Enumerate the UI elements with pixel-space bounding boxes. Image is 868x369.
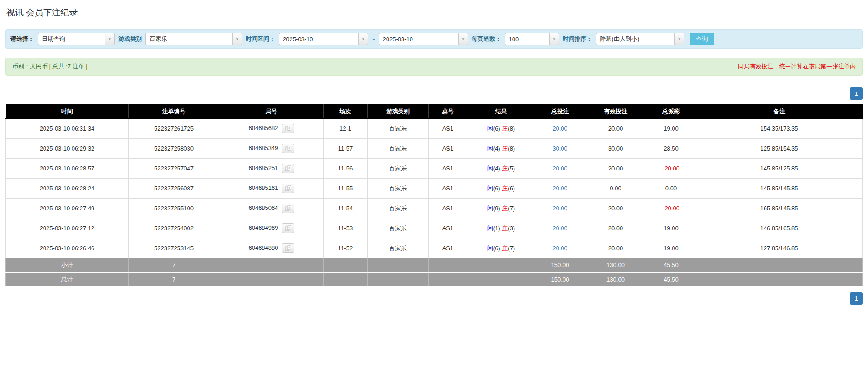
cell-result: 闲(6) 庄(6): [467, 179, 535, 199]
page-size-input[interactable]: [505, 33, 549, 45]
column-header: 总派彩: [646, 105, 696, 119]
date-to-input[interactable]: [379, 33, 458, 45]
cell-remark: 145.85/145.85: [696, 179, 863, 199]
cell-time: 2025-03-10 06:28:57: [6, 159, 129, 179]
cell-game-type: 百家乐: [368, 218, 429, 238]
column-header: 游戏类别: [368, 105, 429, 119]
page-title: 视讯 会员下注纪录: [6, 7, 862, 19]
select-type-dropdown-button[interactable]: ▼: [105, 33, 115, 45]
cell-remark: 146.85/165.85: [696, 218, 863, 238]
bet-record-row: 2025-03-10 06:27:12522327254002604684969…: [6, 218, 863, 238]
total-bet-link[interactable]: 20.00: [553, 225, 567, 232]
cell-game-type: 百家乐: [368, 179, 429, 199]
search-button[interactable]: 查询: [690, 33, 714, 45]
result-banker: 庄: [502, 185, 508, 192]
column-header: 备注: [696, 105, 863, 119]
payout-value: 0.00: [665, 185, 677, 192]
round-id-text: 604685349: [248, 145, 278, 151]
sort-order-dropdown-button[interactable]: ▼: [674, 33, 684, 45]
cell-round-id: 604685251: [219, 159, 324, 179]
view-cards-button[interactable]: [282, 164, 294, 173]
total-bet-link[interactable]: 20.00: [553, 125, 567, 132]
footer-empty-cell: [429, 272, 467, 286]
page-button-1[interactable]: 1: [850, 292, 863, 305]
footer-empty-cell: [696, 272, 863, 286]
cards-icon: [285, 225, 291, 231]
cell-table-no: AS1: [429, 218, 467, 238]
view-cards-button[interactable]: [282, 124, 294, 133]
cell-time: 2025-03-10 06:31:34: [6, 119, 129, 139]
cell-table-no: AS1: [429, 139, 467, 159]
result-player: 闲: [487, 245, 493, 252]
round-id-text: 604685161: [248, 184, 278, 191]
footer-empty-cell: [467, 258, 535, 272]
result-banker: 庄: [502, 225, 508, 232]
cell-game-type: 百家乐: [368, 119, 429, 139]
result-player-score: (6): [493, 245, 500, 252]
cards-icon: [285, 185, 291, 191]
cell-total-bet: 20.00: [535, 159, 585, 179]
result-banker: 庄: [502, 125, 508, 132]
game-type-input[interactable]: [145, 33, 232, 45]
date-to-dropdown-button[interactable]: ▼: [458, 33, 468, 45]
view-cards-button[interactable]: [282, 204, 294, 213]
total-label: 总计: [6, 272, 129, 286]
view-cards-button[interactable]: [282, 184, 294, 193]
cell-session: 11-54: [324, 199, 368, 218]
cell-table-no: AS1: [429, 119, 467, 139]
filter-bar: 请选择： ▼ 游戏类别 ▼ 时间区间： ▼ ~ ▼ 每页笔数： ▼ 时间排序： …: [5, 29, 863, 49]
total-bet-link[interactable]: 20.00: [553, 165, 567, 172]
currency-total-text: 币别：人民币 | 总共 :7 注单 |: [12, 63, 87, 71]
result-player: 闲: [487, 225, 493, 232]
cell-session: 11-56: [324, 159, 368, 179]
round-id-text: 604685251: [248, 165, 278, 171]
result-player-score: (6): [493, 185, 500, 192]
subtotal-payout: 45.50: [646, 258, 696, 272]
bet-record-row: 2025-03-10 06:28:24522327256087604685161…: [6, 179, 863, 199]
column-header: 时间: [6, 105, 129, 119]
cell-payout: 28.50: [646, 139, 696, 159]
cell-payout: -20.00: [646, 159, 696, 179]
round-id-text: 604684880: [248, 244, 278, 251]
total-bet-link[interactable]: 20.00: [553, 185, 567, 192]
page-button-1[interactable]: 1: [850, 87, 863, 100]
cell-payout: -20.00: [646, 199, 696, 218]
total-valid-bet: 130.00: [585, 272, 646, 286]
result-player-score: (1): [493, 225, 500, 232]
payout-value: -20.00: [663, 165, 679, 172]
cell-result: 闲(4) 庄(5): [467, 159, 535, 179]
result-banker: 庄: [502, 165, 508, 172]
page-header: 视讯 会员下注纪录: [0, 0, 868, 24]
chevron-down-icon: ▼: [553, 37, 556, 41]
view-cards-button[interactable]: [282, 243, 294, 253]
total-bet-link[interactable]: 20.00: [553, 205, 567, 212]
total-bet-link[interactable]: 20.00: [553, 245, 567, 252]
date-range-label: 时间区间：: [246, 35, 275, 43]
footer-empty-cell: [368, 272, 429, 286]
chevron-down-icon: ▼: [108, 37, 112, 41]
game-type-dropdown-button[interactable]: ▼: [232, 33, 242, 45]
sort-order-input[interactable]: [596, 33, 674, 45]
select-type-combo: ▼: [38, 33, 115, 45]
sort-order-combo: ▼: [596, 33, 684, 45]
page-size-dropdown-button[interactable]: ▼: [549, 33, 559, 45]
cell-payout: 19.00: [646, 218, 696, 238]
view-cards-button[interactable]: [282, 144, 294, 153]
cell-payout: 0.00: [646, 179, 696, 199]
cell-total-bet: 20.00: [535, 179, 585, 199]
chevron-down-icon: ▼: [461, 37, 465, 41]
date-from-input[interactable]: [279, 33, 358, 45]
cell-round-id: 604684969: [219, 218, 324, 238]
select-type-input[interactable]: [38, 33, 105, 45]
cell-table-no: AS1: [429, 159, 467, 179]
pagination-bottom: 1: [5, 292, 863, 305]
cell-remark: 165.85/145.85: [696, 199, 863, 218]
cell-bet-id: 522327256087: [129, 179, 219, 199]
total-bet-link[interactable]: 30.00: [553, 145, 567, 152]
view-cards-button[interactable]: [282, 223, 294, 233]
date-to-combo: ▼: [379, 33, 468, 45]
column-header: 有效投注: [585, 105, 646, 119]
cell-time: 2025-03-10 06:26:46: [6, 238, 129, 258]
cell-table-no: AS1: [429, 179, 467, 199]
date-from-dropdown-button[interactable]: ▼: [358, 33, 368, 45]
